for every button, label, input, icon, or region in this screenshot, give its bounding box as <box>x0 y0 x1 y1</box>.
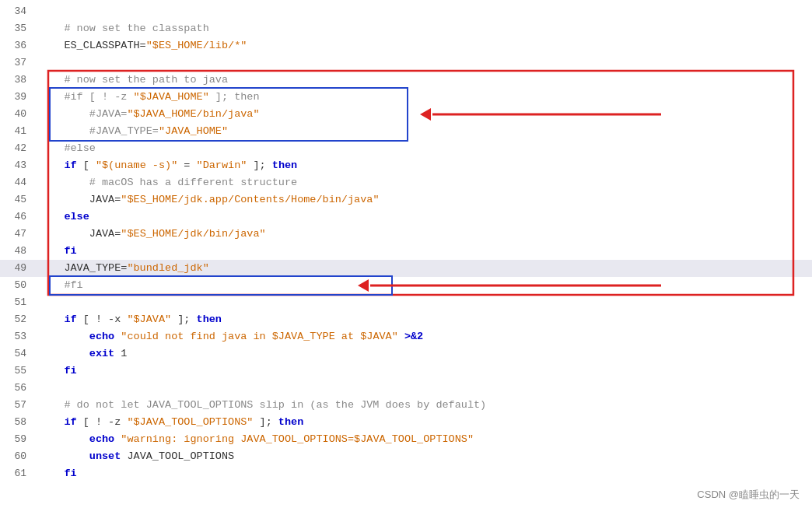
line-num-56: 56 <box>0 380 39 397</box>
code-line-39: 39 #if [ ! -z "$JAVA_HOME" ]; then <box>0 89 812 106</box>
code-line-35: 35 # now set the classpath <box>0 20 812 37</box>
line-num-37: 37 <box>0 54 39 72</box>
code-line-48: 48 fi <box>0 243 812 260</box>
code-text-54: exit 1 <box>39 345 127 363</box>
line-num-48: 48 <box>0 243 39 260</box>
code-line-43: 43 if [ "$(uname -s)" = "Darwin" ]; then <box>0 157 812 174</box>
line-num-34: 34 <box>0 3 39 20</box>
code-text-36: ES_CLASSPATH="$ES_HOME/lib/*" <box>39 37 247 54</box>
code-line-52: 52 if [ ! -x "$JAVA" ]; then <box>0 311 812 328</box>
code-line-53: 53 echo "could not find java in $JAVA_TY… <box>0 328 812 345</box>
line-num-35: 35 <box>0 20 39 37</box>
line-num-41: 41 <box>0 123 39 140</box>
code-text-53: echo "could not find java in $JAVA_TYPE … <box>39 328 423 345</box>
line-num-51: 51 <box>0 294 39 311</box>
line-num-36: 36 <box>0 37 39 54</box>
code-line-38: 38 # now set the path to java <box>0 72 812 89</box>
line-num-52: 52 <box>0 311 39 328</box>
line-num-47: 47 <box>0 226 39 243</box>
line-num-58: 58 <box>0 414 39 431</box>
code-line-56: 56 <box>0 380 812 397</box>
code-line-49: 49 JAVA_TYPE="bundled_jdk" <box>0 260 812 277</box>
code-line-34: 34 <box>0 3 812 20</box>
line-num-42: 42 <box>0 140 39 157</box>
code-line-57: 57 # do not let JAVA_TOOL_OPTIONS slip i… <box>0 397 812 414</box>
code-line-36: 36 ES_CLASSPATH="$ES_HOME/lib/*" <box>0 37 812 54</box>
code-line-37: 37 <box>0 54 812 72</box>
line-num-59: 59 <box>0 431 39 448</box>
code-text-41: #JAVA_TYPE="JAVA_HOME" <box>39 123 228 140</box>
code-line-42: 42 #else <box>0 140 812 157</box>
line-num-53: 53 <box>0 328 39 345</box>
line-num-54: 54 <box>0 345 39 363</box>
code-line-59: 59 echo "warning: ignoring JAVA_TOOL_OPT… <box>0 431 812 448</box>
code-text-55: fi <box>39 363 77 380</box>
line-num-38: 38 <box>0 72 39 89</box>
line-num-39: 39 <box>0 89 39 106</box>
code-text-39: #if [ ! -z "$JAVA_HOME" ]; then <box>39 89 260 106</box>
line-num-43: 43 <box>0 157 39 174</box>
code-text-52: if [ ! -x "$JAVA" ]; then <box>39 311 222 328</box>
code-text-40: #JAVA="$JAVA_HOME/bin/java" <box>39 106 260 123</box>
code-text-35: # now set the classpath <box>39 20 209 37</box>
line-num-40: 40 <box>0 106 39 123</box>
line-num-50: 50 <box>0 277 39 294</box>
line-num-61: 61 <box>0 465 39 482</box>
code-text-61: fi <box>39 465 77 482</box>
code-text-45: JAVA="$ES_HOME/jdk.app/Contents/Home/bin… <box>39 191 379 208</box>
line-num-57: 57 <box>0 397 39 414</box>
code-text-49: JAVA_TYPE="bundled_jdk" <box>39 260 209 277</box>
code-line-46: 46 else <box>0 208 812 226</box>
code-text-50: #fi <box>39 277 83 294</box>
code-line-45: 45 JAVA="$ES_HOME/jdk.app/Contents/Home/… <box>0 191 812 208</box>
code-line-60: 60 unset JAVA_TOOL_OPTIONS <box>0 448 812 465</box>
code-text-48: fi <box>39 243 77 260</box>
code-text-59: echo "warning: ignoring JAVA_TOOL_OPTION… <box>39 431 474 448</box>
line-num-45: 45 <box>0 191 39 208</box>
line-num-44: 44 <box>0 174 39 191</box>
line-num-60: 60 <box>0 448 39 465</box>
code-line-58: 58 if [ ! -z "$JAVA_TOOL_OPTIONS" ]; the… <box>0 414 812 431</box>
code-text-38: # now set the path to java <box>39 72 228 89</box>
code-line-47: 47 JAVA="$ES_HOME/jdk/bin/java" <box>0 226 812 243</box>
line-num-46: 46 <box>0 208 39 226</box>
code-area: 34 35 # now set the classpath 36 ES_CLAS… <box>0 0 812 482</box>
code-text-42: #else <box>39 140 96 157</box>
code-line-40: 40 #JAVA="$JAVA_HOME/bin/java" <box>0 106 812 123</box>
code-line-54: 54 exit 1 <box>0 345 812 363</box>
code-text-46: else <box>39 208 89 226</box>
code-text-43: if [ "$(uname -s)" = "Darwin" ]; then <box>39 157 297 174</box>
code-line-50: 50 #fi <box>0 277 812 294</box>
code-line-61: 61 fi <box>0 465 812 482</box>
code-text-58: if [ ! -z "$JAVA_TOOL_OPTIONS" ]; then <box>39 414 303 431</box>
code-text-60: unset JAVA_TOOL_OPTIONS <box>39 448 234 465</box>
code-text-47: JAVA="$ES_HOME/jdk/bin/java" <box>39 226 266 243</box>
code-line-41: 41 #JAVA_TYPE="JAVA_HOME" <box>0 123 812 140</box>
line-num-55: 55 <box>0 363 39 380</box>
code-line-55: 55 fi <box>0 363 812 380</box>
code-container: 34 35 # now set the classpath 36 ES_CLAS… <box>0 0 812 508</box>
watermark: CSDN @瞌睡虫的一天 <box>697 488 800 502</box>
code-line-51: 51 <box>0 294 812 311</box>
line-num-49: 49 <box>0 260 39 277</box>
code-text-57: # do not let JAVA_TOOL_OPTIONS slip in (… <box>39 397 486 414</box>
code-line-44: 44 # macOS has a different structure <box>0 174 812 191</box>
code-text-44: # macOS has a different structure <box>39 174 297 191</box>
